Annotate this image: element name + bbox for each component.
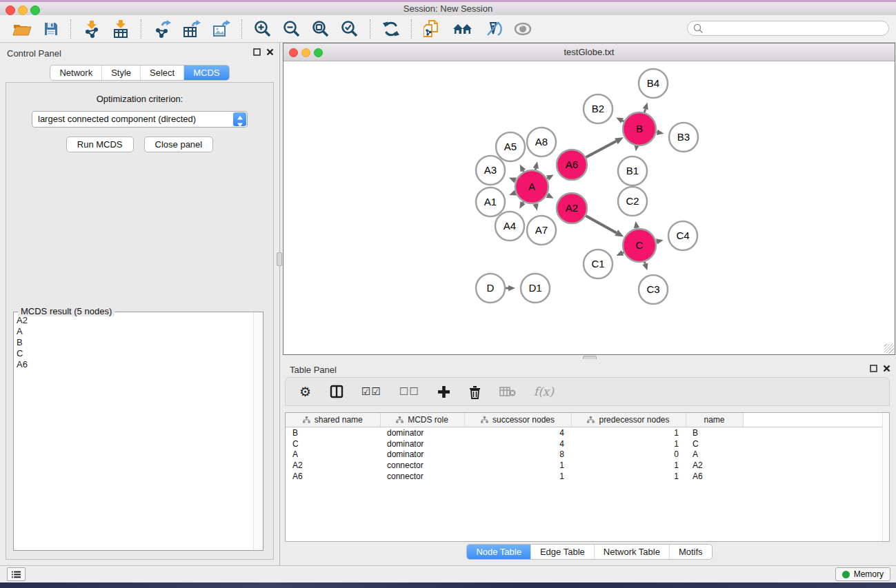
edge-C-C3[interactable]: [642, 262, 648, 270]
table-cell[interactable]: 8: [464, 449, 571, 460]
node-A3[interactable]: A3: [476, 156, 505, 185]
network-canvas[interactable]: B4B2BB3B1A5A8A6A3AA1A2C2A4A7C4CC1C3DD1: [283, 61, 895, 354]
home-button[interactable]: [448, 17, 477, 41]
edge-A6-B[interactable]: [586, 137, 624, 157]
table-cell[interactable]: dominator: [380, 438, 464, 449]
result-item[interactable]: C: [17, 348, 254, 359]
table-row[interactable]: A6connector11A6: [286, 471, 889, 482]
edge-A2-C[interactable]: [586, 216, 624, 236]
column-header[interactable]: MCDS role: [380, 413, 464, 427]
vertical-splitter-handle[interactable]: [277, 252, 282, 266]
table-cell[interactable]: A2: [286, 460, 380, 471]
result-item[interactable]: A2: [17, 315, 254, 326]
node-B3[interactable]: B3: [669, 123, 698, 152]
import-network-button[interactable]: [79, 17, 105, 41]
memory-button[interactable]: Memory: [835, 567, 890, 581]
node-A6[interactable]: A6: [557, 150, 587, 180]
create-column-button[interactable]: [433, 384, 455, 400]
result-item[interactable]: B: [17, 337, 254, 348]
refresh-button[interactable]: [378, 17, 404, 41]
node-A2[interactable]: A2: [557, 193, 587, 223]
task-history-button[interactable]: [7, 567, 26, 581]
table-cell[interactable]: A2: [686, 460, 743, 471]
tab-network[interactable]: Network: [50, 65, 101, 80]
hide-annotations-button[interactable]: [480, 17, 506, 41]
table-cell[interactable]: 4: [464, 427, 571, 438]
node-A7[interactable]: A7: [527, 216, 556, 245]
run-mcds-button[interactable]: Run MCDS: [66, 136, 134, 152]
float-panel-icon[interactable]: [253, 48, 261, 56]
node-A1[interactable]: A1: [476, 187, 505, 216]
export-image-button[interactable]: [208, 17, 235, 41]
deselect-all-columns-button[interactable]: ☐☐: [395, 384, 424, 399]
save-session-button[interactable]: [39, 17, 63, 41]
tab-edge-table[interactable]: Edge Table: [530, 545, 594, 559]
zoom-out-button[interactable]: [279, 17, 305, 41]
search-input[interactable]: [707, 23, 888, 34]
edge-A-A7[interactable]: [532, 203, 538, 211]
node-C[interactable]: C: [623, 229, 656, 262]
open-session-button[interactable]: [8, 17, 36, 41]
edge-A-A5[interactable]: [520, 165, 526, 172]
show-columns-button[interactable]: [326, 383, 348, 400]
table-cell[interactable]: B: [686, 427, 743, 438]
node-C2[interactable]: C2: [618, 187, 647, 216]
node-B2[interactable]: B2: [584, 94, 613, 123]
table-row[interactable]: Bdominator41B: [286, 427, 889, 438]
delete-column-button[interactable]: [464, 383, 486, 401]
table-cell[interactable]: connector: [380, 460, 464, 471]
table-cell[interactable]: 1: [571, 427, 686, 438]
column-header[interactable]: successor nodes: [464, 413, 571, 427]
node-C4[interactable]: C4: [668, 221, 697, 250]
table-cell[interactable]: 1: [464, 471, 571, 482]
edge-C-C1[interactable]: [616, 250, 624, 256]
select-all-columns-button[interactable]: ☑☑: [357, 384, 386, 399]
column-header[interactable]: name: [686, 413, 743, 427]
result-scrollbar[interactable]: [253, 312, 263, 550]
node-A5[interactable]: A5: [496, 132, 525, 161]
node-B1[interactable]: B1: [618, 156, 647, 185]
tab-mcds[interactable]: MCDS: [183, 65, 228, 80]
import-table-button[interactable]: [108, 17, 134, 41]
show-graphics-details-button[interactable]: [509, 17, 537, 41]
table-row[interactable]: Cdominator41C: [286, 438, 889, 449]
column-header[interactable]: predecessor nodes: [571, 413, 686, 427]
column-header[interactable]: shared name: [286, 413, 380, 427]
table-cell[interactable]: C: [286, 438, 380, 449]
table-cell[interactable]: 1: [571, 460, 686, 471]
close-table-panel-icon[interactable]: [883, 365, 890, 372]
tab-style[interactable]: Style: [101, 65, 140, 80]
tab-network-table[interactable]: Network Table: [594, 545, 669, 559]
result-item[interactable]: A: [17, 326, 254, 337]
function-builder-button[interactable]: f(x): [530, 383, 558, 400]
table-cell[interactable]: A6: [686, 471, 743, 482]
node-C3[interactable]: C3: [639, 275, 668, 304]
edge-C-C4[interactable]: [656, 239, 664, 244]
node-A8[interactable]: A8: [527, 128, 556, 156]
table-cell[interactable]: dominator: [380, 449, 464, 460]
node-A4[interactable]: A4: [495, 212, 524, 241]
node-C1[interactable]: C1: [584, 250, 613, 278]
float-table-panel-icon[interactable]: [870, 365, 877, 372]
node-B[interactable]: B: [623, 112, 656, 145]
table-cell[interactable]: A: [286, 449, 380, 460]
zoom-selected-button[interactable]: [337, 17, 363, 41]
tab-motifs[interactable]: Motifs: [669, 545, 712, 559]
table-cell[interactable]: dominator: [380, 427, 464, 438]
edge-B-B3[interactable]: [657, 130, 664, 135]
node-D[interactable]: D: [476, 274, 505, 303]
close-panel-button[interactable]: Close panel: [144, 136, 214, 152]
table-cell[interactable]: 0: [571, 449, 686, 460]
node-D1[interactable]: D1: [521, 274, 550, 303]
search-field[interactable]: [687, 21, 889, 36]
table-cell[interactable]: 1: [464, 460, 571, 471]
export-table-button[interactable]: [178, 17, 205, 41]
result-item[interactable]: A6: [17, 359, 254, 370]
delete-table-button[interactable]: [495, 385, 520, 398]
table-row[interactable]: Adominator80A: [286, 449, 889, 460]
table-cell[interactable]: 4: [464, 438, 571, 449]
table-cell[interactable]: B: [286, 427, 380, 438]
table-cell[interactable]: A6: [286, 471, 380, 482]
edge-C-C2[interactable]: [634, 221, 639, 229]
table-scrollbar[interactable]: [882, 413, 889, 541]
